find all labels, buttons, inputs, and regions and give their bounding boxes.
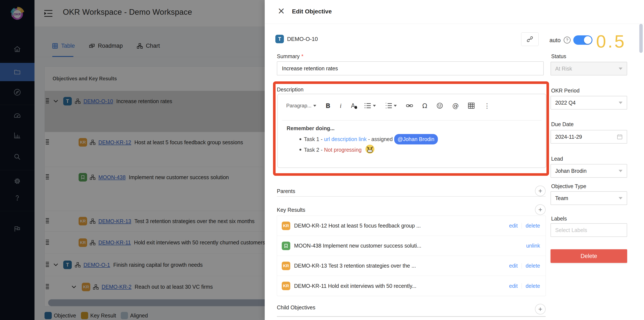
score-value: 0.5 (596, 31, 626, 52)
caret-down-icon (373, 105, 376, 107)
editor-toolbar: Paragrap... B i A Ω @ (286, 99, 542, 113)
ordered-list-icon (385, 103, 392, 109)
edit-objective-drawer: × Edit Objective T DEMO-O-10 auto ? 0.5 … (265, 0, 644, 320)
due-date-input[interactable]: 2024-11-29 (550, 130, 627, 144)
add-child-objective-button[interactable]: + (535, 304, 546, 314)
auto-label: auto (550, 37, 561, 44)
key-result-badge: KR (282, 262, 290, 270)
objective-badge: T (275, 35, 284, 43)
calendar-icon (617, 134, 622, 140)
objective-type-label: Objective Type (551, 183, 586, 189)
key-results-list: KR DEMO-KR-12 Host at least 5 focus feed… (277, 216, 546, 296)
app-window: OKR OBJECTIVE RESULT KEY (0, 0, 644, 320)
edit-link[interactable]: edit (509, 283, 518, 289)
section-divider (277, 196, 546, 197)
caret-down-icon (313, 105, 316, 107)
auto-toggle[interactable] (573, 35, 592, 45)
summary-label: Summary* (277, 53, 304, 60)
toolbar-divider (282, 120, 542, 121)
lead-select[interactable]: Johan Brodin (550, 164, 627, 178)
drawer-scrollbar[interactable] (639, 24, 643, 53)
delete-button[interactable]: Delete (550, 249, 627, 263)
okr-period-select[interactable]: 2022 Q4 (550, 96, 627, 110)
bookmark-icon (284, 244, 288, 248)
labels-label: Labels (551, 216, 567, 222)
status-text: Not progressing (324, 147, 362, 153)
key-results-section-label: Key Results (277, 207, 305, 213)
link-icon (406, 103, 413, 108)
description-link[interactable]: url description link (324, 136, 366, 142)
smiley-icon (436, 103, 443, 109)
insert-link-button[interactable] (406, 103, 413, 108)
summary-input[interactable] (277, 61, 544, 75)
key-result-item: KR DEMO-KR-11 Hold exit interviews with … (277, 276, 546, 296)
insert-table-button[interactable] (468, 103, 474, 109)
caret-down-icon (394, 105, 397, 107)
delete-link[interactable]: delete (526, 283, 540, 289)
drawer-header: × Edit Objective (265, 0, 644, 24)
special-character-button[interactable]: Ω (422, 102, 427, 110)
paragraph-style-dropdown[interactable]: Paragrap... (286, 103, 316, 109)
key-result-item: MOON-438 Implement new customer success … (277, 236, 546, 256)
description-content[interactable]: Remember doing... Task 1 - url descripti… (287, 125, 540, 155)
delete-link[interactable]: delete (526, 263, 540, 269)
chevron-down-icon (619, 102, 622, 104)
delete-link[interactable]: delete (526, 223, 540, 229)
description-task-2: Task 2 - Not progressing (287, 144, 540, 155)
emoji-button[interactable] (436, 103, 443, 109)
status-label: Status (551, 53, 566, 60)
angry-emoji-icon (365, 144, 374, 154)
description-label: Description (277, 87, 304, 93)
description-task-1: Task 1 - url description link - assigned… (287, 134, 540, 144)
labels-select[interactable]: Select Labels (550, 223, 627, 237)
edit-link[interactable]: edit (509, 263, 518, 269)
copy-link-button[interactable] (521, 32, 538, 46)
status-select[interactable]: At Risk (550, 62, 627, 75)
chevron-down-icon (619, 68, 622, 70)
section-divider (277, 316, 546, 317)
mention-button[interactable]: @ (452, 102, 459, 110)
key-result-item: KR DEMO-KR-12 Host at least 5 focus feed… (277, 216, 546, 236)
drawer-title: Edit Objective (292, 8, 332, 15)
okr-period-label: OKR Period (551, 88, 580, 94)
close-icon[interactable]: × (278, 7, 285, 15)
lead-label: Lead (551, 156, 563, 162)
required-asterisk: * (301, 53, 304, 59)
due-date-label: Due Date (551, 121, 574, 127)
aligned-badge (282, 242, 290, 250)
key-result-badge: KR (282, 222, 290, 230)
description-heading: Remember doing... (287, 125, 540, 131)
unlink-link[interactable]: unlink (526, 243, 540, 249)
ordered-list-button[interactable] (385, 103, 397, 109)
bullet-list-icon (364, 103, 371, 109)
more-options-button[interactable]: ⋮ (484, 102, 490, 110)
objective-type-select[interactable]: Team (550, 191, 627, 205)
chevron-down-icon (619, 197, 622, 199)
description-editor: Paragrap... B i A Ω @ (277, 94, 546, 168)
add-parent-button[interactable]: + (535, 186, 546, 196)
key-result-badge: KR (282, 282, 290, 290)
link-icon (527, 36, 533, 42)
issue-key: DEMO-O-10 (287, 36, 318, 42)
font-color-button[interactable]: A (351, 102, 355, 109)
table-grid-icon (468, 103, 474, 109)
italic-button[interactable]: i (340, 102, 342, 109)
bold-button[interactable]: B (326, 102, 330, 110)
chevron-down-icon (619, 170, 622, 172)
mention-chip[interactable]: @Johan Brodin (394, 134, 438, 144)
help-icon[interactable]: ? (564, 37, 570, 44)
child-objectives-section-label: Child Objectives (277, 304, 316, 311)
edit-link[interactable]: edit (509, 223, 518, 229)
parents-section-label: Parents (277, 188, 295, 194)
add-key-result-button[interactable]: + (535, 204, 546, 215)
bullet-list-button[interactable] (364, 103, 376, 109)
key-result-item: KR DEMO-KR-13 Test 3 retention strategie… (277, 256, 546, 276)
